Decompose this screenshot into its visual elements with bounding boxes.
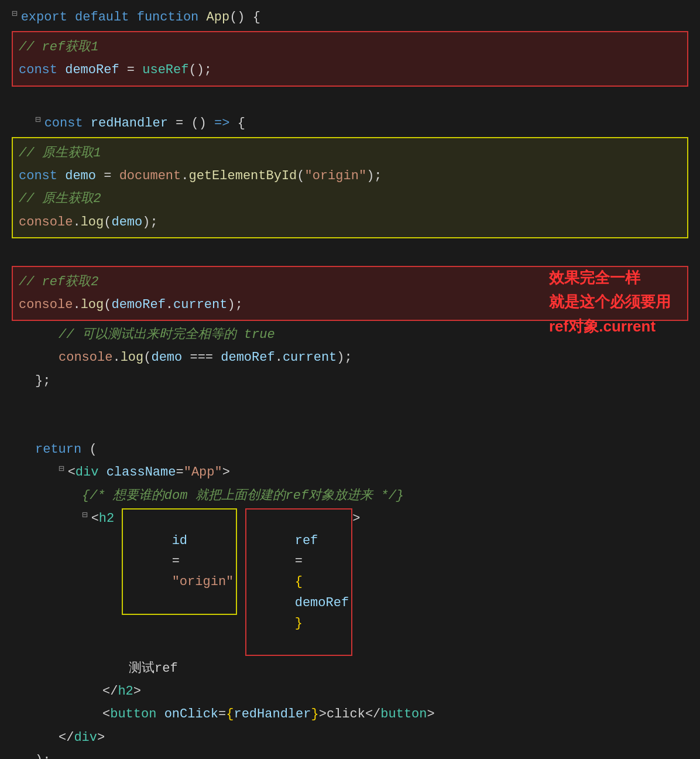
paren-close-semi: );	[35, 750, 50, 759]
fn-app: App	[207, 7, 230, 28]
fn-log1: log	[81, 212, 104, 233]
comment-native1: // 原生获取1	[19, 143, 101, 163]
arrow-op: =>	[214, 113, 238, 134]
code-line-close-red: };	[12, 370, 688, 392]
kw-const2: const	[44, 113, 91, 134]
var-demo2: demo	[111, 212, 142, 233]
code-line-console-demo: console . log ( demo );	[19, 211, 681, 234]
code-line-div-open: ⊟ < div className = "App" >	[12, 461, 688, 484]
tag-lt1: <	[68, 462, 76, 483]
dot3: .	[73, 295, 80, 315]
comment-native2: // 原生获取2	[19, 189, 101, 209]
kw-return: return	[35, 439, 89, 460]
code-line-blank3	[12, 392, 688, 415]
kw-const3: const	[19, 166, 65, 186]
tag-lt2: <	[91, 508, 99, 529]
dot1: .	[181, 166, 188, 186]
tag-lt3: </	[102, 681, 118, 702]
comment-ref2: // ref获取2	[19, 272, 98, 292]
brace-onclick-close: }	[311, 704, 318, 724]
tag-h2-close: h2	[118, 681, 133, 702]
obj-console3: console	[59, 347, 112, 368]
tag-gt3: >	[133, 681, 141, 702]
var-demoRef2: demoRef	[111, 295, 165, 315]
text-testref: 测试ref	[129, 658, 178, 679]
code-line-h2-close: </ h2 >	[12, 680, 688, 703]
obj-document: document	[119, 166, 181, 186]
paren-log1: (	[104, 212, 111, 233]
tag-lt5: </	[365, 704, 380, 724]
eq-ref: =	[295, 554, 303, 569]
eq-onclick: =	[218, 704, 226, 724]
paren-return: (	[89, 439, 97, 460]
paren-getById: (	[297, 166, 304, 186]
var-redHandler: redHandler	[91, 113, 168, 134]
annotation-line1: 效果完全一样	[549, 266, 671, 290]
code-editor: ⊟ export default function App () { // re…	[12, 6, 688, 759]
code-line-button: < button onClick = { redHandler } > clic…	[12, 703, 688, 726]
obj-console1: console	[19, 212, 73, 233]
code-line-h2-open: ⊟ < h2 id = "origin" ref = { demoRef } >	[12, 507, 688, 657]
tag-lt4: <	[102, 704, 110, 724]
attr-id: id	[172, 534, 187, 548]
tag-div1: div	[76, 462, 107, 483]
kw-const: const	[19, 60, 65, 80]
dot2: .	[73, 212, 80, 233]
paren-arrow: ()	[191, 113, 215, 134]
brace-onclick-open: {	[226, 704, 234, 724]
paren-log1-close: );	[142, 212, 157, 233]
fn-log3: log	[121, 347, 144, 368]
code-line-demo: const demo = document . getElementById (…	[19, 165, 681, 187]
code-line-return: return (	[12, 438, 688, 461]
highlight-block-red-1: // ref获取1 const demoRef = useRef ();	[12, 31, 688, 86]
var-redhandler2: redHandler	[234, 704, 311, 724]
code-line-jsx-comment: {/* 想要谁的dom 就把上面创建的ref对象放进来 */}	[12, 484, 688, 507]
kw-function: function	[137, 7, 207, 28]
code-line-paren-close: );	[12, 749, 688, 759]
eq-classname: =	[176, 462, 183, 483]
collapse-icon-3[interactable]: ⊟	[59, 462, 64, 477]
tag-gt6: >	[97, 727, 105, 748]
brace-ref-close: }	[295, 616, 303, 631]
kw-default: default	[75, 7, 137, 28]
var-demo: demo	[65, 166, 96, 186]
brace-close-semi: };	[35, 371, 50, 391]
tag-button: button	[110, 704, 164, 724]
str-origin2: "origin"	[172, 575, 234, 589]
brace-ref-open: {	[295, 575, 303, 589]
code-line-blank4	[12, 415, 688, 438]
h2-id-attr: id = "origin"	[122, 508, 237, 615]
attr-onclick: onClick	[164, 704, 218, 724]
op-eq2: =	[168, 113, 191, 134]
brace-open: {	[238, 113, 245, 134]
tag-gt2: >	[352, 508, 360, 529]
op-eq: =	[119, 60, 143, 80]
code-line-console-equal: console . log ( demo === demoRef . curre…	[12, 346, 688, 369]
tag-gt5: >	[427, 704, 435, 724]
collapse-icon-4[interactable]: ⊟	[82, 508, 88, 524]
jsx-comment: {/* 想要谁的dom 就把上面创建的ref对象放进来 */}	[82, 486, 404, 506]
collapse-icon-1[interactable]: ⊟	[12, 7, 18, 22]
code-line-comment-native2: // 原生获取2	[19, 187, 681, 210]
kw-export: export	[21, 7, 75, 28]
var-demoRef4: demoRef	[295, 596, 349, 610]
fn-getById: getElementById	[188, 166, 297, 186]
h2-ref-attr: ref = { demoRef }	[245, 508, 353, 656]
dot6: .	[275, 347, 283, 368]
var-demoRef3: demoRef	[221, 347, 274, 368]
str-app: "App"	[184, 462, 222, 483]
annotation-line2: 就是这个必须要用	[549, 290, 671, 314]
paren-useref: ();	[188, 60, 212, 80]
space-h2	[237, 508, 245, 529]
collapse-icon-2[interactable]: ⊟	[35, 113, 41, 128]
paren-log3: (	[143, 347, 151, 368]
prop-current: current	[173, 295, 227, 315]
comment-equal: // 可以测试出来时完全相等的 true	[59, 324, 275, 345]
code-line-comment-ref1: // ref获取1	[19, 36, 681, 59]
code-line-1: ⊟ export default function App () {	[12, 6, 688, 29]
var-demoRef: demoRef	[65, 60, 119, 80]
code-line-blank2	[12, 241, 688, 264]
tag-gt1: >	[222, 462, 230, 483]
fn-useRef: useRef	[142, 60, 188, 80]
attr-ref: ref	[295, 534, 318, 548]
